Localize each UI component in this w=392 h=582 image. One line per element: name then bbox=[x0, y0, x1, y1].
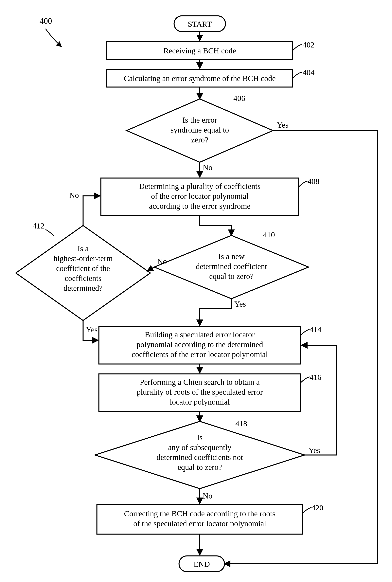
ref-416: 416 bbox=[310, 373, 322, 382]
edge-418-414 bbox=[302, 345, 336, 455]
process-416-line1: plurality of roots of the speculated err… bbox=[137, 388, 263, 396]
svg-marker-7 bbox=[16, 226, 150, 320]
process-416-line2: locator polynomial bbox=[170, 398, 230, 406]
label-412-yes: Yes bbox=[86, 325, 98, 334]
decision-406-line2: zero? bbox=[191, 135, 208, 144]
process-414-line1: polynomial according to the determined bbox=[136, 340, 263, 349]
process-408: Determining a plurality of coefficients … bbox=[101, 178, 299, 216]
decision-410: Is a new determined coefficient equal to… bbox=[154, 236, 308, 299]
figure-number: 400 bbox=[40, 16, 52, 26]
decision-406-line0: Is the error bbox=[182, 116, 217, 124]
ref-418: 418 bbox=[235, 419, 247, 428]
process-402: Receiving a BCH code bbox=[107, 42, 293, 59]
process-416-line0: Performing a Chien search to obtain a bbox=[140, 378, 260, 386]
decision-412: Is a highest-order-term coefficient of t… bbox=[16, 226, 150, 320]
decision-418-line0: Is bbox=[197, 433, 203, 442]
decision-412-line2: coefficient of the bbox=[56, 264, 110, 273]
figure-pointer bbox=[46, 29, 61, 46]
process-414-line2: coefficients of the error locator polyno… bbox=[132, 350, 268, 359]
edge-410-412 bbox=[147, 267, 154, 271]
edge-412-408 bbox=[83, 196, 100, 226]
decision-410-line0: Is a new bbox=[218, 252, 244, 261]
process-408-line0: Determining a plurality of coefficients bbox=[139, 182, 261, 191]
process-408-line2: according to the error syndrome bbox=[149, 202, 250, 210]
label-410-yes: Yes bbox=[234, 300, 246, 308]
decision-406: Is the error syndrome equal to zero? bbox=[126, 99, 273, 162]
ref-402-tick bbox=[293, 44, 302, 50]
ref-404: 404 bbox=[302, 68, 314, 77]
label-406-yes: Yes bbox=[277, 120, 288, 130]
process-414-line0: Building a speculated error locator bbox=[145, 330, 254, 339]
terminal-start-label: START bbox=[188, 20, 212, 28]
ref-414-tick bbox=[301, 330, 310, 335]
label-418-yes: Yes bbox=[308, 446, 320, 455]
process-420-line0: Correcting the BCH code according to the… bbox=[124, 509, 275, 518]
decision-406-line1: syndrome equal to bbox=[170, 126, 229, 134]
label-418-no: No bbox=[203, 492, 212, 500]
edge-410-414 bbox=[200, 299, 232, 326]
decision-418-line1: any of subsequently bbox=[168, 443, 232, 452]
ref-412-tick bbox=[46, 230, 54, 236]
decision-410-line2: equal to zero? bbox=[209, 272, 254, 281]
decision-418: Is any of subsequently determined coeffi… bbox=[95, 421, 304, 489]
terminal-end: END bbox=[179, 556, 224, 572]
ref-410: 410 bbox=[263, 230, 275, 239]
process-402-line0: Receiving a BCH code bbox=[163, 46, 236, 55]
process-414: Building a speculated error locator poly… bbox=[99, 326, 301, 364]
ref-402: 402 bbox=[302, 40, 314, 49]
ref-420-tick bbox=[302, 508, 312, 513]
label-412-no: No bbox=[69, 191, 79, 200]
label-410-no: No bbox=[157, 257, 167, 266]
label-406-no: No bbox=[203, 163, 212, 172]
ref-416-tick bbox=[301, 377, 310, 383]
decision-418-line3: equal to zero? bbox=[178, 463, 222, 472]
process-404: Calculating an error syndrome of the BCH… bbox=[107, 69, 293, 87]
decision-412-line4: determined? bbox=[64, 284, 103, 292]
decision-412-line3: coefficients bbox=[65, 274, 102, 283]
decision-410-line1: determined coefficient bbox=[196, 262, 267, 271]
ref-420: 420 bbox=[312, 503, 323, 512]
ref-414: 414 bbox=[310, 325, 322, 334]
ref-408-tick bbox=[299, 181, 308, 187]
terminal-start: START bbox=[174, 16, 226, 32]
decision-412-line0: Is a bbox=[78, 244, 89, 253]
process-416: Performing a Chien search to obtain a pl… bbox=[99, 374, 301, 412]
ref-412: 412 bbox=[33, 221, 44, 230]
terminal-end-label: END bbox=[194, 560, 210, 568]
process-408-line1: of the error locator polynomial bbox=[151, 192, 248, 200]
edge-408-410 bbox=[200, 216, 232, 236]
process-420-line1: of the speculated error locator polynomi… bbox=[133, 519, 266, 528]
ref-408: 408 bbox=[308, 177, 320, 186]
decision-412-line1: highest-order-term bbox=[54, 254, 112, 263]
ref-406: 406 bbox=[234, 94, 245, 103]
process-420: Correcting the BCH code according to the… bbox=[97, 504, 302, 534]
ref-404-tick bbox=[293, 72, 302, 78]
decision-418-line2: determined coefficients not bbox=[157, 453, 243, 462]
flowchart: 400 START Receiving a BCH code 402 Calcu… bbox=[0, 0, 392, 582]
process-404-line0: Calculating an error syndrome of the BCH… bbox=[124, 74, 276, 83]
